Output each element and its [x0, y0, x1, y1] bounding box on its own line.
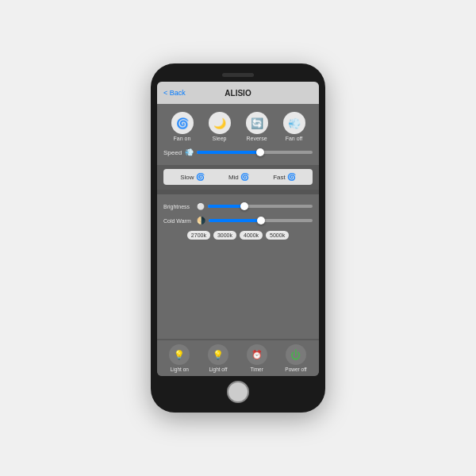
light-off-button[interactable]: 💡 Light off	[208, 344, 228, 372]
fast-label: Fast	[273, 174, 286, 181]
home-button[interactable]	[227, 381, 249, 403]
fast-option[interactable]: Fast 🌀	[273, 173, 296, 181]
speed-thumb[interactable]	[256, 148, 264, 156]
fan-off-button[interactable]: 💨 Fan off	[283, 112, 305, 141]
sleep-label: Sleep	[213, 136, 227, 141]
light-on-button[interactable]: 💡 Light on	[169, 344, 190, 372]
phone-screen: < Back ALISIO 🌀 Fan on 🌙 Sleep 🔄	[157, 82, 319, 376]
reverse-button[interactable]: 🔄 Reverse	[246, 112, 268, 141]
speed-label: Speed	[163, 149, 182, 156]
app-title: ALISIO	[225, 89, 251, 98]
back-button[interactable]: < Back	[163, 89, 186, 97]
light-on-icon: 💡	[169, 344, 190, 365]
sleep-button[interactable]: 🌙 Sleep	[209, 112, 231, 141]
power-off-label: Power off	[285, 367, 306, 372]
speed-slider[interactable]	[197, 147, 313, 158]
coldwarm-slider[interactable]	[209, 215, 313, 226]
brightness-row: Brightness ⚪	[163, 199, 313, 213]
back-label: < Back	[163, 89, 186, 97]
temp-4000k[interactable]: 4000k	[240, 231, 263, 240]
timer-label: Timer	[250, 367, 263, 372]
power-off-button[interactable]: ⏻ Power off	[285, 344, 306, 372]
app-header: < Back ALISIO	[157, 82, 319, 104]
sleep-icon: 🌙	[209, 112, 231, 134]
slow-option[interactable]: Slow 🌀	[180, 173, 204, 181]
temp-2700k[interactable]: 2700k	[187, 231, 210, 240]
reverse-label: Reverse	[246, 136, 267, 141]
bottom-controls-row: 💡 Light on 💡 Light off ⏰ Timer ⏻ Power o…	[157, 340, 319, 376]
timer-button[interactable]: ⏰ Timer	[247, 344, 267, 372]
coldwarm-thumb[interactable]	[257, 217, 265, 225]
power-off-icon: ⏻	[286, 344, 306, 365]
brightness-fill	[208, 205, 244, 208]
light-off-icon: 💡	[208, 344, 228, 365]
speed-row: Speed 💨	[163, 144, 313, 160]
temp-buttons-row: 2700k 3000k 4000k 5000k	[163, 228, 313, 243]
speed-options-container: Slow 🌀 Mid 🌀 Fast 🌀	[160, 167, 316, 187]
light-on-label: Light on	[171, 367, 189, 372]
slow-label: Slow	[180, 174, 194, 181]
coldwarm-label: Cold Warm	[163, 218, 194, 224]
coldwarm-row: Cold Warm 🌗	[163, 213, 313, 228]
mid-label: Mid	[228, 174, 239, 181]
reverse-icon: 🔄	[246, 112, 268, 134]
brightness-slider[interactable]	[208, 201, 313, 212]
speed-fill	[197, 151, 260, 154]
light-section: Brightness ⚪ Cold Warm 🌗	[157, 194, 319, 339]
brightness-label: Brightness	[163, 204, 194, 209]
temp-5000k[interactable]: 5000k	[266, 231, 289, 240]
light-off-label: Light off	[209, 367, 227, 372]
fan-section: 🌀 Fan on 🌙 Sleep 🔄 Reverse 💨 Fan off	[157, 104, 319, 165]
speed-options-row: Slow 🌀 Mid 🌀 Fast 🌀	[163, 169, 313, 185]
fan-off-label: Fan off	[286, 136, 303, 141]
phone-speaker	[222, 73, 254, 77]
fast-fan-icon: 🌀	[287, 173, 296, 181]
speed-track	[197, 151, 313, 154]
coldwarm-fill	[209, 219, 261, 222]
mid-option[interactable]: Mid 🌀	[228, 173, 249, 181]
fan-on-icon: 🌀	[171, 112, 194, 134]
brightness-thumb[interactable]	[240, 202, 248, 210]
fan-on-button[interactable]: 🌀 Fan on	[171, 112, 194, 141]
mid-fan-icon: 🌀	[240, 173, 249, 181]
brightness-track	[208, 205, 313, 208]
fan-buttons-row: 🌀 Fan on 🌙 Sleep 🔄 Reverse 💨 Fan off	[163, 109, 313, 144]
slow-fan-icon: 🌀	[196, 173, 205, 181]
fan-off-icon: 💨	[283, 112, 305, 134]
timer-icon: ⏰	[247, 344, 267, 365]
phone-device: < Back ALISIO 🌀 Fan on 🌙 Sleep 🔄	[151, 63, 325, 413]
fan-on-label: Fan on	[174, 136, 191, 141]
temp-3000k[interactable]: 3000k	[213, 231, 236, 240]
